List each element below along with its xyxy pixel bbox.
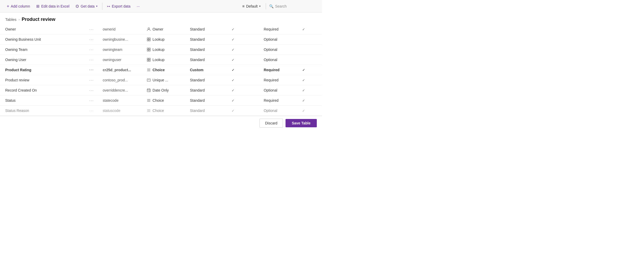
row-req-0: Required [262,24,295,34]
row-name-8: Status Reason [0,106,87,116]
breadcrumb-tables-link[interactable]: Tables [5,17,16,22]
row-type-6: 21 Date Only [144,85,188,95]
default-view-button[interactable]: ≡ Default ▾ [239,2,264,10]
row-logical-3: owninguser [101,55,144,65]
row-more-8[interactable]: ··· [87,106,101,116]
svg-rect-12 [149,60,150,61]
row-logical-2: owningteam [101,45,144,55]
excel-icon: ⊞ [36,4,40,9]
breadcrumb-current: Product review [22,17,55,22]
svg-rect-9 [147,58,148,59]
row-check1-2: ✓ [221,45,245,55]
row-more-4[interactable]: ··· [87,65,101,75]
row-kind-0: Standard [188,24,221,34]
svg-point-0 [148,28,150,29]
svg-rect-16 [147,79,150,81]
row-more-3[interactable]: ··· [87,55,101,65]
table-container: Owner ··· ownerid Owner Standard ✓ Requi… [0,24,322,116]
discard-button[interactable]: Discard [259,119,283,128]
row-check2-0: ✓ [295,24,312,34]
row-name-3: Owning User [0,55,87,65]
row-check1-8: ✓ [221,106,245,116]
chevron-down-icon: ▾ [96,5,97,8]
row-check2-5: ✓ [295,75,312,85]
export-icon: ↦ [107,4,110,8]
table-row: Owning Business Unit ··· owningbusine...… [0,34,322,45]
row-kind-3: Standard [188,55,221,65]
row-more-1[interactable]: ··· [87,34,101,45]
toolbar-divider [102,3,102,10]
row-type-4: Choice [144,65,188,75]
row-name-5: Product review [0,75,87,85]
type-icon-8 [146,108,151,113]
svg-text:21: 21 [148,90,150,92]
footer: Discard Save Table [0,116,322,130]
row-check2-7: ✓ [295,95,312,106]
row-req-6: Optional [262,85,295,95]
row-kind-5: Standard [188,75,221,85]
add-column-icon: + [7,4,9,9]
row-logical-8: statuscode [101,106,144,116]
row-req-2: Optional [262,45,295,55]
row-req-8: Optional [262,106,295,116]
row-more-2[interactable]: ··· [87,45,101,55]
row-req-7: Required [262,95,295,106]
row-check1-4: ✓ [221,65,245,75]
row-name-0: Owner [0,24,87,34]
row-type-8: Choice [144,106,188,116]
type-icon-5 [146,78,151,82]
table-row: Status Reason ··· statuscode Choice Stan… [0,106,322,116]
add-column-button[interactable]: + Add column [4,2,33,10]
row-check2-3 [295,55,312,65]
search-box[interactable]: 🔍 Search [266,3,318,9]
row-more-7[interactable]: ··· [87,95,101,106]
row-type-5: Unique ... [144,75,188,85]
export-data-button[interactable]: ↦ Export data [104,3,133,10]
row-type-7: Choice [144,95,188,106]
row-kind-6: Standard [188,85,221,95]
type-icon-3 [146,57,151,62]
toolbar: + Add column ⊞ Edit data in Excel ⏣ Get … [0,0,322,13]
row-kind-2: Standard [188,45,221,55]
chevron-down-icon-default: ▾ [259,5,261,8]
row-more-5[interactable]: ··· [87,75,101,85]
row-req-1: Optional [262,34,295,45]
row-check2-8: ✓ [295,106,312,116]
more-button[interactable]: ··· [134,3,143,10]
row-check1-3: ✓ [221,55,245,65]
row-check1-7: ✓ [221,95,245,106]
table-row: Status ··· statecode Choice Standard ✓ R… [0,95,322,106]
row-logical-0: ownerid [101,24,144,34]
svg-rect-5 [147,48,148,49]
row-kind-8: Standard [188,106,221,116]
row-req-3: Optional [262,55,295,65]
row-check2-1 [295,34,312,45]
list-icon: ≡ [242,4,245,8]
svg-rect-4 [149,40,150,41]
table-row: Owner ··· ownerid Owner Standard ✓ Requi… [0,24,322,34]
svg-rect-8 [149,50,150,51]
save-table-button[interactable]: Save Table [286,119,317,127]
table-row: Owning User ··· owninguser Lookup Standa… [0,55,322,65]
breadcrumb: Tables › Product review [0,13,322,24]
row-more-6[interactable]: ··· [87,85,101,95]
type-icon-6: 21 [146,88,151,93]
get-data-button[interactable]: ⏣ Get data ▾ [73,2,100,10]
svg-rect-10 [149,58,150,59]
search-icon: 🔍 [269,4,274,8]
row-kind-1: Standard [188,34,221,45]
svg-rect-6 [149,48,150,49]
row-kind-7: Standard [188,95,221,106]
row-name-1: Owning Business Unit [0,34,87,45]
row-more-0[interactable]: ··· [87,24,101,34]
row-check1-5: ✓ [221,75,245,85]
edit-excel-button[interactable]: ⊞ Edit data in Excel [34,2,72,10]
type-icon-0 [146,27,151,32]
row-type-2: Lookup [144,45,188,55]
row-check1-0: ✓ [221,24,245,34]
svg-rect-3 [147,40,148,41]
type-icon-1 [146,37,151,42]
row-kind-4: Custom [188,65,221,75]
table-row: Record Created On ··· overriddencre... 2… [0,85,322,95]
table-row: Product review ··· contoso_prod... Uniqu… [0,75,322,85]
